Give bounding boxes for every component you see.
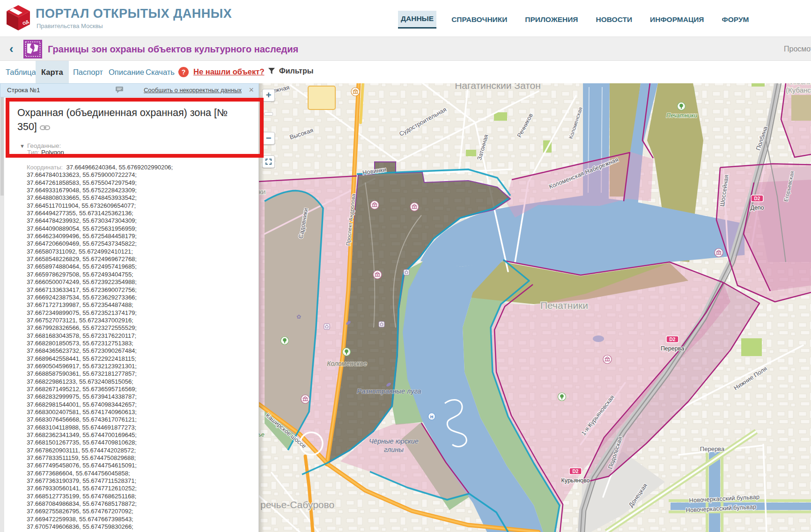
- tree-icon: [281, 337, 289, 345]
- close-icon[interactable]: ×: [249, 85, 254, 95]
- zoom-slider-tick[interactable]: [264, 112, 273, 116]
- map-label: Печатники: [666, 112, 697, 119]
- tree-icon: [558, 393, 566, 401]
- nav-item-data[interactable]: ДАННЫЕ: [398, 11, 436, 29]
- coordinate-row: 37.6677495458076, 55.6744754615091;: [0, 462, 259, 469]
- map-canvas[interactable]: ✿Н D2ДепоD2ПерерваD2Курьяново Нагатински…: [259, 83, 811, 532]
- museum-icon: [301, 395, 310, 403]
- coordinate-row: 37.6690504596917, 55.6732123921301;: [0, 363, 259, 370]
- svg-text:Перерва: Перерва: [661, 345, 684, 352]
- tabs-row: Таблица Карта Паспорт Описание Скачать ?…: [0, 61, 811, 83]
- tab-download-label: Скачать: [146, 68, 175, 77]
- views-counter: Просмотров: [784, 45, 811, 53]
- coordinate-row: 37.6681683043578, 55.6723176220117;: [0, 332, 259, 340]
- svg-text:D2: D2: [573, 469, 579, 474]
- coordinate-row: 37.6659786297508, 55.672493404755;: [0, 271, 259, 278]
- coordinate-row: 37.6660500074249, 55.6723922354988;: [0, 278, 259, 286]
- coordinate-row: 37.6679928326566, 55.6723272555529;: [0, 324, 259, 332]
- map-label: Нагатинский Затон: [455, 83, 541, 91]
- site-subtitle: Правительства Москвы: [37, 22, 103, 29]
- coordinate-row: 37.6683076456668, 55.6743617076121;: [0, 416, 259, 423]
- report-incorrect-data-link[interactable]: Сообщить о некорректных данных: [144, 87, 242, 94]
- coordinate-row: 37.6647261858583, 55.6755047297549;: [0, 179, 259, 187]
- coordinate-row: 37.6658974880464, 55.6724957419685;: [0, 263, 259, 270]
- map-label: речье-Сабурово: [260, 499, 334, 510]
- coordinate-row: 37.6705749606836, 55.674759830266;: [0, 523, 259, 531]
- coordinate-row: 37.6684365623732, 55.6723090267484;: [0, 347, 259, 355]
- map-label: Разнотравные луга: [357, 387, 421, 395]
- report-bubble-icon[interactable]: [115, 86, 124, 94]
- triangle-down-icon: ▼: [20, 143, 25, 149]
- museum-icon: [715, 248, 723, 257]
- coordinate-row: 37.6682362341349, 55.6744700169645;: [0, 431, 259, 439]
- zoom-in-button[interactable]: +: [262, 89, 275, 102]
- nav-item-forum[interactable]: ФОРУМ: [719, 12, 752, 28]
- nav-item-directories[interactable]: СПРАВОЧНИКИ: [449, 12, 510, 28]
- map-label: Печатники: [540, 300, 588, 311]
- coordinate-row: 37.6669242387534, 55.6723629273366;: [0, 294, 259, 301]
- tab-map[interactable]: Карта: [36, 61, 69, 83]
- coordinate-row: 37.6678620903111, 55.6744742028572;: [0, 447, 259, 454]
- geometry-type-row: Тип: Polygon: [27, 149, 64, 156]
- coordinate-row: 37.6679330560141, 55.6747712610252;: [0, 485, 259, 492]
- coordinate-row: 37.6649331679048, 55.6752228423309;: [0, 187, 259, 194]
- geodata-label: Геоданные:: [27, 142, 61, 149]
- map-label: (Кубанская: [786, 86, 811, 94]
- svg-text:Курьяново: Курьяново: [561, 477, 590, 484]
- dataset-title[interactable]: Границы зон охраны объектов культурного …: [48, 44, 298, 55]
- geodata-toggle[interactable]: ▼Геоданные:: [20, 142, 61, 149]
- portal-logo-icon[interactable]: ОД: [5, 4, 32, 32]
- svg-text:D2: D2: [670, 337, 676, 342]
- coordinate-row: 37.6685127735199, 55.6747686251168;: [0, 493, 259, 500]
- coordinate-row: 37.6658548226829, 55.6724969672768;: [0, 255, 259, 263]
- breadcrumb-bar: ‹ Границы зон охраны объектов культурног…: [0, 36, 811, 61]
- museum-icon: [370, 201, 379, 209]
- tree-icon: [678, 102, 686, 110]
- map-label: Люблино: [790, 83, 811, 86]
- not-found-link[interactable]: Не нашли объект?: [193, 67, 264, 76]
- coordinate-row: 37.6647840133623, 55.6759000722274;: [0, 171, 259, 179]
- help-icon[interactable]: ?: [178, 67, 189, 77]
- coordinate-row: 37.664494277355, 55.6731425362136;: [0, 210, 259, 217]
- coordinate-row: 37.6677833511159, 55.6744750829688;: [0, 454, 259, 462]
- tab-passport[interactable]: Паспорт: [67, 61, 109, 83]
- filters-button[interactable]: Фильтры: [268, 67, 313, 75]
- coordinate-row: 37.667527073121, 55.6723437002916;: [0, 317, 259, 324]
- site-header: ОД ПОРТАЛ ОТКРЫТЫХ ДАННЫХ Правительства …: [0, 0, 811, 36]
- coordinate-row: 37.6648808033665, 55.6748453933542;: [0, 194, 259, 202]
- permalink-icon[interactable]: [40, 124, 50, 131]
- filter-icon: [268, 67, 275, 75]
- coordinate-row: Координаты: 37.664966240364, 55.67692029…: [0, 164, 259, 171]
- hospital-icon: Н: [428, 413, 435, 420]
- svg-text:✿: ✿: [296, 313, 301, 320]
- museum-icon: [603, 355, 612, 364]
- coordinate-row: 37.6682801850573, 55.672312751383;: [0, 340, 259, 347]
- museum-o-icon: [351, 87, 360, 96]
- coordinate-row: 37.6677363190379, 55.6747711528371;: [0, 477, 259, 485]
- nav-item-apps[interactable]: ПРИЛОЖЕНИЯ: [522, 12, 581, 28]
- coordinate-row: 37.6646234099496, 55.6725484458179;: [0, 233, 259, 240]
- museum-icon: [373, 270, 382, 279]
- fullscreen-icon: [265, 159, 272, 165]
- coordinate-row: 37.6689642558441, 55.6722922418115;: [0, 355, 259, 363]
- map-label: Перерва: [700, 445, 725, 452]
- row-label: Строка №1: [7, 87, 40, 94]
- coordinate-row: 37.6672349899075, 55.6723521374179;: [0, 309, 259, 317]
- coordinate-row: 37.6647206609469, 55.6725437345822;: [0, 240, 259, 248]
- coordinates-list: Координаты: 37.664966240364, 55.67692029…: [0, 164, 259, 532]
- coordinate-row: 37.6687084986834, 55.6747685178872;: [0, 500, 259, 508]
- coordinate-row: 37.6688587590361, 55.6732181277857;: [0, 370, 259, 378]
- flower-icon: ✿: [296, 313, 301, 320]
- svg-text:D2: D2: [754, 196, 760, 201]
- fullscreen-button[interactable]: [262, 155, 275, 168]
- nav-item-info[interactable]: ИНФОРМАЦИЯ: [647, 12, 707, 28]
- back-icon[interactable]: ‹: [9, 42, 14, 56]
- nav-item-news[interactable]: НОВОСТИ: [593, 12, 635, 28]
- site-title[interactable]: ПОРТАЛ ОТКРЫТЫХ ДАННЫХ: [36, 7, 232, 21]
- svg-text:Н: Н: [430, 415, 434, 419]
- museum-icon: [410, 203, 419, 211]
- map-label: Коломенское: [327, 360, 367, 367]
- zoom-out-button[interactable]: −: [262, 132, 275, 145]
- coordinate-row: 37.6682981544001, 55.6740983442657;: [0, 401, 259, 408]
- dataset-icon[interactable]: [23, 40, 42, 58]
